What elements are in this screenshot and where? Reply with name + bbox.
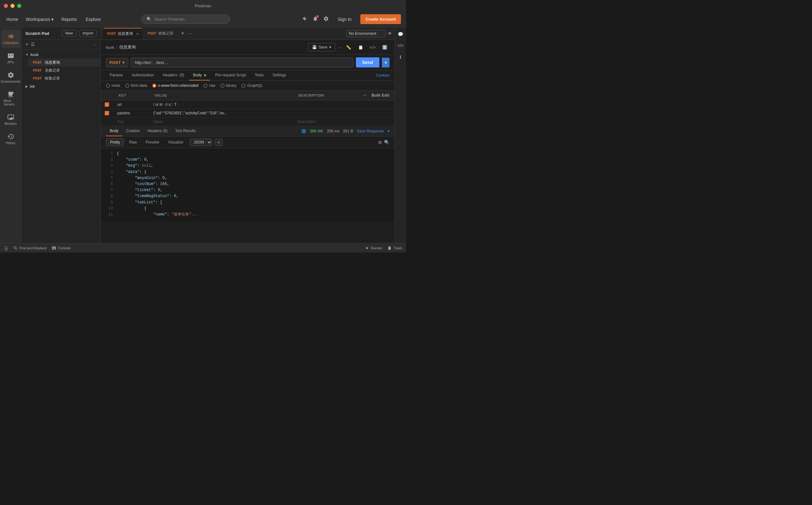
sidebar-item-environments[interactable]: Environments	[1, 68, 20, 87]
tab-body[interactable]: Body	[189, 70, 210, 80]
tree-item-duihuanjilu[interactable]: POST 兑换记录	[28, 66, 101, 74]
sidebar-item-monitors[interactable]: Monitors	[1, 111, 20, 129]
sign-in-button[interactable]: Sign In	[334, 15, 356, 24]
body-type-none[interactable]: none	[106, 83, 120, 88]
format-tab-visualize[interactable]: Visualize	[164, 139, 187, 146]
method-select[interactable]: POST ▾	[106, 58, 128, 67]
td-desc-placeholder[interactable]: Description	[294, 118, 356, 126]
search-response-icon[interactable]: 🔍	[384, 140, 389, 145]
preview-icon[interactable]: 📋	[356, 42, 365, 52]
right-icon-info[interactable]: ℹ	[398, 52, 403, 61]
row-checkbox[interactable]: ✓	[105, 111, 109, 115]
resp-tab-cookies[interactable]: Cookies	[122, 126, 143, 136]
sidebar-item-mock-servers[interactable]: Mock Servers	[1, 88, 20, 109]
send-dropdown-button[interactable]: ▾	[382, 58, 389, 67]
environment-select[interactable]: No Environment	[346, 30, 386, 37]
console-item[interactable]: Console	[52, 246, 71, 250]
copy-icon[interactable]: ⧉	[378, 140, 381, 145]
sidebar-item-collections[interactable]: Collections	[1, 30, 20, 48]
bulk-edit-button[interactable]: Bulk Edit	[371, 93, 389, 98]
resp-tab-test-results[interactable]: Test Results	[171, 126, 200, 136]
minimize-button[interactable]	[10, 4, 15, 8]
new-tab-button[interactable]: +	[179, 30, 187, 37]
folder-lxk-header[interactable]: ▶ lxk	[22, 82, 101, 90]
find-replace-item[interactable]: Find and Replace	[13, 246, 46, 250]
format-select[interactable]: JSON XML HTML Text	[190, 139, 212, 146]
resp-tab-body[interactable]: Body	[106, 126, 122, 136]
td-value[interactable]: {"uid":"57603651","activityCode":"316","…	[149, 109, 293, 118]
nav-reports[interactable]: Reports	[60, 15, 78, 24]
nav-home[interactable]: Home	[5, 15, 19, 24]
create-account-button[interactable]: Create Account	[360, 14, 401, 24]
tree-item-xinxichaxun[interactable]: POST 信息查询	[28, 58, 101, 66]
save-button[interactable]: 💾 Save ▾	[308, 43, 335, 51]
env-eye-icon[interactable]: 👁	[387, 31, 392, 36]
body-type-raw[interactable]: raw	[203, 83, 215, 88]
breadcrumb-parent[interactable]: liuxk	[106, 45, 114, 50]
tab-authorization[interactable]: Authorization	[128, 70, 158, 80]
nav-explore[interactable]: Explore	[84, 15, 102, 24]
td-checkbox[interactable]: ✓	[101, 109, 114, 118]
lightning-icon[interactable]	[302, 16, 307, 23]
fullscreen-button[interactable]	[17, 4, 21, 8]
send-button[interactable]: Send	[356, 57, 379, 67]
td-description[interactable]	[294, 101, 356, 109]
close-button[interactable]	[4, 4, 8, 8]
filter-icon[interactable]: ☰	[31, 42, 35, 47]
trash-item[interactable]: Trash	[387, 246, 402, 250]
tab-xinxichaxun[interactable]: POST 信息查询 ×	[103, 28, 142, 39]
notification-icon[interactable]	[313, 16, 318, 23]
td-description[interactable]	[294, 109, 356, 118]
save-response-dropdown-icon[interactable]: ▾	[387, 129, 389, 133]
bottom-layout-icon[interactable]	[4, 246, 8, 250]
tab-settings[interactable]: Settings	[269, 70, 290, 80]
code-icon[interactable]: </>	[368, 42, 377, 52]
tab-close-icon[interactable]: ×	[136, 31, 139, 36]
new-button[interactable]: New	[62, 30, 77, 37]
body-type-binary[interactable]: binary	[220, 83, 237, 88]
tab-shoulijilu[interactable]: POST 收集记录	[144, 28, 177, 39]
td-key[interactable]: url	[114, 101, 149, 109]
tab-params[interactable]: Params	[106, 70, 127, 80]
td-value[interactable]: / o/ ii/· ·/i s,'· T ·	[149, 101, 293, 109]
wrap-lines-button[interactable]: ≡	[215, 139, 223, 146]
more-options-icon[interactable]: ···	[93, 42, 97, 47]
cookies-link[interactable]: Cookies	[376, 73, 389, 77]
save-response-button[interactable]: Save Response	[357, 129, 384, 133]
tab-headers[interactable]: Headers (9)	[159, 70, 188, 80]
search-bar[interactable]: 🔍 Search Postman	[141, 15, 230, 24]
save-dropdown-icon[interactable]: ▾	[329, 45, 331, 49]
format-tab-preview[interactable]: Preview	[142, 139, 163, 146]
td-value-placeholder[interactable]: Value	[149, 118, 293, 126]
info-icon[interactable]: ℹ️	[380, 42, 389, 52]
collection-search-input[interactable]	[37, 42, 91, 46]
body-type-graphql[interactable]: GraphQL	[241, 83, 263, 88]
body-type-urlencoded[interactable]: x-www-form-urlencoded	[152, 83, 198, 88]
import-button[interactable]: Import	[79, 30, 97, 37]
td-key-placeholder[interactable]: Key	[114, 118, 149, 126]
tree-item-shoulijilu[interactable]: POST 收集记录	[28, 74, 101, 82]
more-tabs-icon[interactable]: ···	[188, 31, 192, 36]
format-tab-pretty[interactable]: Pretty	[106, 139, 124, 146]
sidebar-item-history[interactable]: History	[1, 130, 20, 148]
body-type-form-data[interactable]: form-data	[125, 83, 147, 88]
url-input[interactable]	[131, 58, 353, 67]
format-tab-raw[interactable]: Raw	[125, 139, 140, 146]
resp-tab-headers[interactable]: Headers (5)	[144, 126, 171, 136]
sidebar-item-apis[interactable]: APIs	[1, 49, 20, 67]
td-checkbox[interactable]: ✓	[101, 101, 114, 109]
row-checkbox[interactable]: ✓	[105, 102, 109, 107]
tab-prerequest[interactable]: Pre-request Script	[211, 70, 250, 80]
table-more-icon[interactable]: ···	[363, 94, 367, 97]
nav-workspaces[interactable]: Workspaces ▾	[26, 17, 53, 22]
folder-liuxk-header[interactable]: ▼ liuxk	[22, 51, 101, 58]
request-more-icon[interactable]: ···	[338, 45, 341, 50]
td-key[interactable]: params	[114, 109, 149, 118]
runner-item[interactable]: Runner	[365, 246, 382, 250]
add-collection-icon[interactable]: +	[25, 41, 28, 47]
right-icon-code[interactable]: </>	[395, 41, 405, 50]
tab-tests[interactable]: Tests	[251, 70, 267, 80]
settings-icon[interactable]	[323, 16, 329, 23]
edit-icon[interactable]: ✏️	[344, 42, 353, 52]
right-icon-comment[interactable]: 💬	[396, 30, 405, 39]
